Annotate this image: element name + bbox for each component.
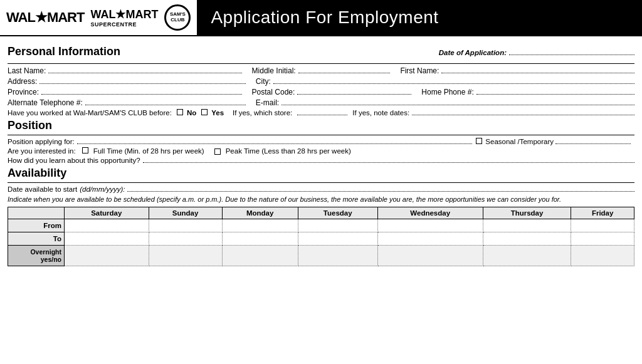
no-checkbox[interactable] — [177, 109, 183, 115]
schedule-from-row: From — [8, 219, 634, 232]
from-wednesday[interactable] — [377, 219, 483, 232]
position-section: Position Position applying for: Seasonal… — [8, 119, 634, 164]
schedule-table: Saturday Sunday Monday Tuesday Wednesday… — [8, 207, 634, 266]
postal-code-field: Postal Code: — [252, 88, 412, 96]
address-field: Address: — [8, 77, 246, 86]
date-avail-label: Date available to start — [8, 185, 77, 193]
personal-section-title: Personal Information — [8, 45, 120, 58]
sams-club-logo: SAM'SCLUB — [164, 4, 191, 31]
to-friday[interactable] — [571, 232, 634, 246]
alt-phone-label: Alternate Telephone #: — [8, 98, 83, 107]
to-wednesday[interactable] — [377, 232, 483, 246]
overnight-label: Overnight yes/no — [8, 246, 65, 266]
email-input[interactable] — [282, 105, 634, 105]
walmart-supercentre-logo: WAL★MART SUPERCENTRE — [90, 8, 158, 28]
full-time-label: Full Time (Min. of 28 hrs per week) — [93, 147, 204, 155]
date-of-application: Date of Application: — [439, 49, 634, 56]
main-content: Personal Information Date of Application… — [0, 36, 642, 270]
yes-checkbox[interactable] — [201, 109, 208, 115]
walmart-logo: WAL★MART — [6, 9, 84, 26]
overnight-sunday[interactable] — [149, 246, 222, 266]
city-label: City: — [256, 77, 271, 86]
if-yes-dates-input[interactable] — [412, 115, 634, 115]
if-yes-store-label: If yes, which store: — [233, 109, 292, 117]
availability-note: Indicate when you are available to be sc… — [8, 195, 634, 203]
position-applying-row: Position applying for: Seasonal /Tempora… — [8, 138, 634, 145]
postal-code-input[interactable] — [297, 94, 411, 95]
from-monday[interactable] — [222, 219, 298, 232]
schedule-body: From To — [8, 219, 634, 266]
address-row: Address: City: — [8, 77, 634, 86]
to-monday[interactable] — [222, 232, 298, 246]
first-name-input[interactable] — [441, 73, 634, 73]
overnight-monday[interactable] — [222, 246, 298, 266]
schedule-th-sunday: Sunday — [149, 207, 222, 219]
if-yes-store-input[interactable] — [297, 115, 347, 115]
email-label: E-mail: — [256, 98, 279, 107]
address-input[interactable] — [39, 83, 245, 84]
applying-for-input[interactable] — [77, 143, 473, 144]
to-tuesday[interactable] — [298, 232, 377, 246]
date-available-row: Date available to start (dd/mm/yyyy): — [8, 185, 634, 193]
last-name-label: Last Name: — [8, 66, 46, 75]
schedule-header: Saturday Sunday Monday Tuesday Wednesday… — [8, 207, 634, 219]
logos-section: WAL★MART WAL★MART SUPERCENTRE SAM'SCLUB — [0, 0, 198, 35]
if-yes-dates-label: If yes, note dates: — [352, 109, 409, 117]
from-saturday[interactable] — [65, 219, 149, 232]
how-learn-input[interactable] — [143, 162, 634, 163]
seasonal-checkbox[interactable] — [476, 138, 482, 144]
position-section-title: Position — [8, 119, 634, 132]
middle-initial-input[interactable] — [298, 73, 391, 73]
section-divider — [8, 63, 634, 64]
schedule-th-friday: Friday — [571, 207, 634, 219]
no-label: No — [187, 109, 196, 117]
from-thursday[interactable] — [483, 219, 571, 232]
schedule-to-row: To — [8, 232, 634, 246]
from-friday[interactable] — [571, 219, 634, 232]
date-label: Date of Application: — [439, 49, 507, 56]
header: WAL★MART WAL★MART SUPERCENTRE SAM'SCLUB … — [0, 0, 642, 36]
from-sunday[interactable] — [149, 219, 222, 232]
name-row: Last Name: Middle Initial: First Name: — [8, 66, 634, 75]
overnight-wednesday[interactable] — [377, 246, 483, 266]
worked-before-label: Have you worked at Wal-Mart/SAM'S CLUB b… — [8, 109, 172, 117]
overnight-saturday[interactable] — [65, 246, 149, 266]
peak-time-checkbox[interactable] — [214, 148, 221, 155]
overnight-thursday[interactable] — [483, 246, 571, 266]
city-field: City: — [256, 77, 634, 86]
applying-for-label: Position applying for: — [8, 138, 75, 145]
date-format-label: (dd/mm/yyyy): — [80, 185, 125, 193]
schedule-th-monday: Monday — [222, 207, 298, 219]
availability-section-title: Availability — [8, 167, 634, 180]
province-input[interactable] — [41, 94, 242, 95]
worked-before-row: Have you worked at Wal-Mart/SAM'S CLUB b… — [8, 109, 634, 117]
last-name-input[interactable] — [48, 73, 241, 73]
middle-initial-field: Middle Initial: — [252, 66, 391, 75]
interested-in-row: Are you interested in: Full Time (Min. o… — [8, 147, 634, 155]
to-label: To — [8, 232, 65, 246]
full-time-checkbox[interactable] — [82, 147, 88, 153]
seasonal-input[interactable] — [555, 143, 631, 144]
alt-phone-field: Alternate Telephone #: — [8, 98, 246, 107]
to-thursday[interactable] — [483, 232, 571, 246]
schedule-th-wednesday: Wednesday — [377, 207, 483, 219]
peak-time-label: Peak Time (Less than 28 hrs per week) — [226, 147, 351, 155]
contact-row: Alternate Telephone #: E-mail: — [8, 98, 634, 107]
from-tuesday[interactable] — [298, 219, 377, 232]
to-saturday[interactable] — [65, 232, 149, 246]
seasonal-label: Seasonal /Temporary — [485, 138, 554, 145]
overnight-tuesday[interactable] — [298, 246, 377, 266]
schedule-overnight-row: Overnight yes/no — [8, 246, 634, 266]
from-label: From — [8, 219, 65, 232]
first-name-label: First Name: — [400, 66, 439, 75]
home-phone-field: Home Phone #: — [421, 88, 634, 96]
home-phone-input[interactable] — [476, 94, 634, 95]
alt-phone-input[interactable] — [85, 105, 246, 105]
to-sunday[interactable] — [149, 232, 222, 246]
city-input[interactable] — [273, 83, 634, 84]
date-avail-input[interactable] — [127, 191, 634, 192]
schedule-header-row: Saturday Sunday Monday Tuesday Wednesday… — [8, 207, 634, 219]
overnight-friday[interactable] — [571, 246, 634, 266]
address-label: Address: — [8, 77, 37, 86]
first-name-field: First Name: — [400, 66, 634, 75]
